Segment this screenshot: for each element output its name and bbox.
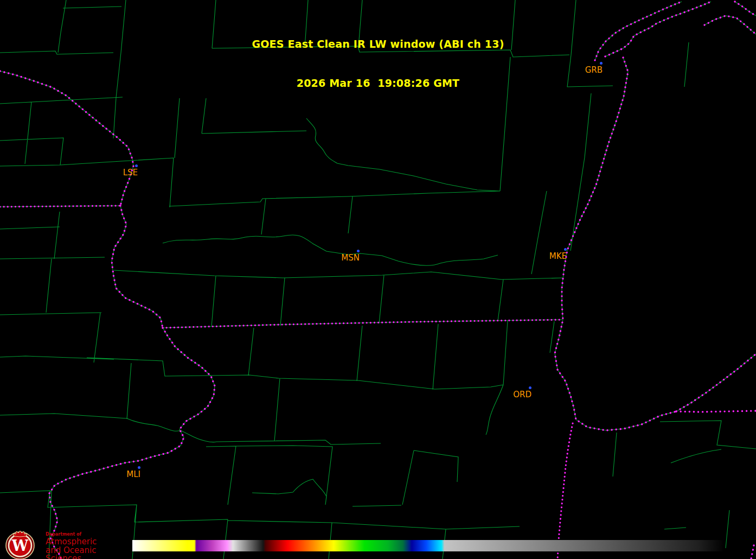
station-dot <box>564 248 567 251</box>
station-label: MLI <box>126 469 140 479</box>
satellite-image-viewport: GOES East Clean IR LW window (ABI ch 13)… <box>0 0 756 559</box>
station-dot <box>357 250 360 252</box>
image-title-line2: 2026 Mar 16 19:08:26 GMT <box>0 77 756 90</box>
svg-text:W: W <box>11 537 29 554</box>
station-label: MKE <box>549 251 567 261</box>
station-label: LSE <box>123 168 138 177</box>
uw-crest-icon: W <box>4 530 39 559</box>
temperature-colorbar <box>132 540 725 551</box>
station-dot <box>135 164 138 167</box>
logo-name-line2: and Oceanic Sciences <box>46 547 129 559</box>
logo-name-line1: Atmospheric <box>46 538 129 546</box>
station-dot <box>600 62 603 65</box>
uw-aos-logo: W Department of Atmospheric and Oceanic … <box>4 530 129 559</box>
image-title-line1: GOES East Clean IR LW window (ABI ch 13) <box>0 37 756 50</box>
uw-aos-logo-text: Department of Atmospheric and Oceanic Sc… <box>46 532 129 559</box>
logo-dept-line: Department of <box>46 532 129 537</box>
station-dot <box>529 386 531 389</box>
station-dot <box>138 466 140 469</box>
station-label: MSN <box>341 253 360 263</box>
image-title: GOES East Clean IR LW window (ABI ch 13)… <box>0 11 756 116</box>
station-label: ORD <box>513 390 531 399</box>
station-label: GRB <box>585 65 603 75</box>
